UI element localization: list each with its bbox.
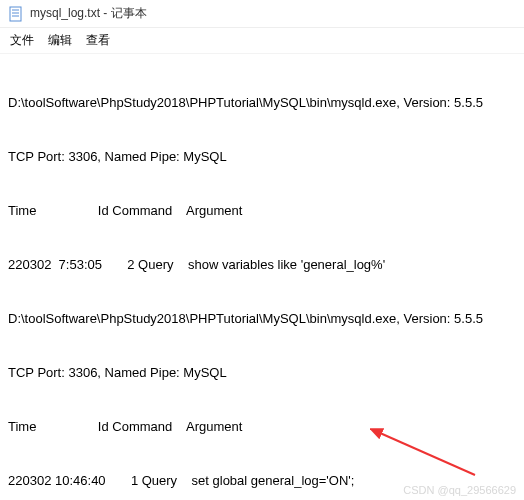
menubar: 文件 编辑 查看: [0, 28, 524, 54]
log-line: TCP Port: 3306, Named Pipe: MySQL: [8, 148, 516, 166]
log-line: 220302 7:53:05 2 Query show variables li…: [8, 256, 516, 274]
menu-view[interactable]: 查看: [86, 32, 110, 49]
log-line: D:\toolSoftware\PhpStudy2018\PHPTutorial…: [8, 94, 516, 112]
menu-file[interactable]: 文件: [10, 32, 34, 49]
log-line: Time Id Command Argument: [8, 202, 516, 220]
notepad-icon: [8, 6, 24, 22]
window-title: mysql_log.txt - 记事本: [30, 5, 147, 22]
menu-edit[interactable]: 编辑: [48, 32, 72, 49]
watermark: CSDN @qq_29566629: [403, 484, 516, 496]
titlebar: mysql_log.txt - 记事本: [0, 0, 524, 28]
log-line: Time Id Command Argument: [8, 418, 516, 436]
svg-rect-0: [10, 7, 21, 21]
log-line: TCP Port: 3306, Named Pipe: MySQL: [8, 364, 516, 382]
log-line: D:\toolSoftware\PhpStudy2018\PHPTutorial…: [8, 310, 516, 328]
text-content[interactable]: D:\toolSoftware\PhpStudy2018\PHPTutorial…: [0, 54, 524, 500]
